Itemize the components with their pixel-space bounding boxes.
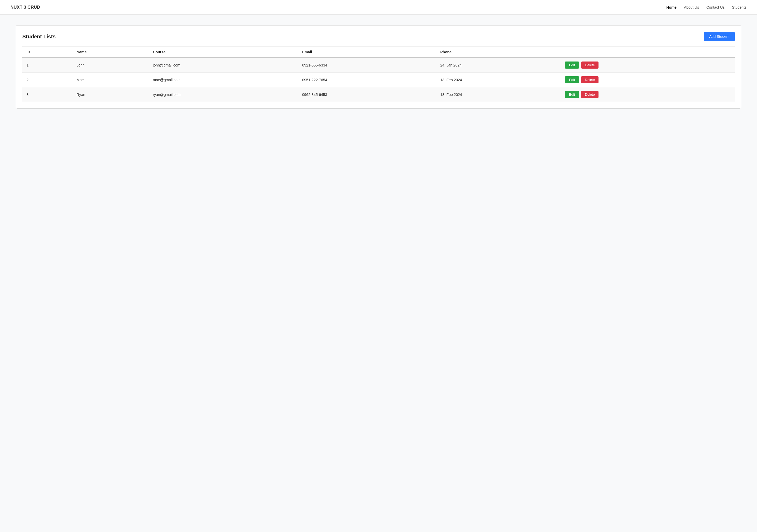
delete-button[interactable]: Delete (581, 91, 598, 98)
nav-item-home[interactable]: Home (666, 5, 677, 10)
navbar-nav: HomeAbout UsContact UsStudents (666, 5, 746, 10)
table-body: 1Johnjohn@gmail.com0921-555-633424, Jan … (22, 58, 735, 102)
table-col-ID: ID (22, 47, 72, 58)
table-col-Phone: Phone (436, 47, 560, 58)
table-row: 3Ryanryan@gmail.com0962-345-645313, Feb … (22, 87, 735, 102)
navbar: NUXT 3 CRUD HomeAbout UsContact UsStuden… (0, 0, 757, 15)
actions-cell: EditDelete (560, 58, 735, 73)
table-cell: 24, Jan 2024 (436, 58, 560, 73)
card-title: Student Lists (22, 34, 56, 40)
student-card: Student Lists Add Student IDNameCourseEm… (16, 25, 741, 108)
add-student-button[interactable]: Add Student (704, 32, 735, 41)
table-row: 2Maemae@gmail.com0951-222-765413, Feb 20… (22, 73, 735, 87)
table-col-Course: Course (149, 47, 298, 58)
table-col-actions (560, 47, 735, 58)
table-head: IDNameCourseEmailPhone (22, 47, 735, 58)
card-header: Student Lists Add Student (22, 32, 735, 41)
table-header-row: IDNameCourseEmailPhone (22, 47, 735, 58)
edit-button[interactable]: Edit (565, 91, 579, 98)
delete-button[interactable]: Delete (581, 76, 598, 83)
delete-button[interactable]: Delete (581, 62, 598, 69)
table-cell: Ryan (72, 87, 148, 102)
table-row: 1Johnjohn@gmail.com0921-555-633424, Jan … (22, 58, 735, 73)
table-cell: Mae (72, 73, 148, 87)
table-cell: 3 (22, 87, 72, 102)
nav-item-contact-us[interactable]: Contact Us (706, 5, 724, 10)
table-cell: 0962-345-6453 (298, 87, 436, 102)
table-cell: 1 (22, 58, 72, 73)
table-cell: 0921-555-6334 (298, 58, 436, 73)
table-col-Email: Email (298, 47, 436, 58)
table-cell: 13, Feb 2024 (436, 87, 560, 102)
table-col-Name: Name (72, 47, 148, 58)
table-cell: 0951-222-7654 (298, 73, 436, 87)
table-cell: 2 (22, 73, 72, 87)
table-cell: John (72, 58, 148, 73)
table-cell: ryan@gmail.com (149, 87, 298, 102)
students-table: IDNameCourseEmailPhone 1Johnjohn@gmail.c… (22, 46, 735, 102)
actions-cell: EditDelete (560, 87, 735, 102)
table-cell: mae@gmail.com (149, 73, 298, 87)
edit-button[interactable]: Edit (565, 76, 579, 83)
edit-button[interactable]: Edit (565, 62, 579, 69)
navbar-brand: NUXT 3 CRUD (11, 5, 40, 10)
actions-cell: EditDelete (560, 73, 735, 87)
table-cell: 13, Feb 2024 (436, 73, 560, 87)
nav-item-about-us[interactable]: About Us (684, 5, 699, 10)
main-content: Student Lists Add Student IDNameCourseEm… (0, 15, 757, 119)
table-cell: john@gmail.com (149, 58, 298, 73)
nav-item-students[interactable]: Students (732, 5, 746, 10)
